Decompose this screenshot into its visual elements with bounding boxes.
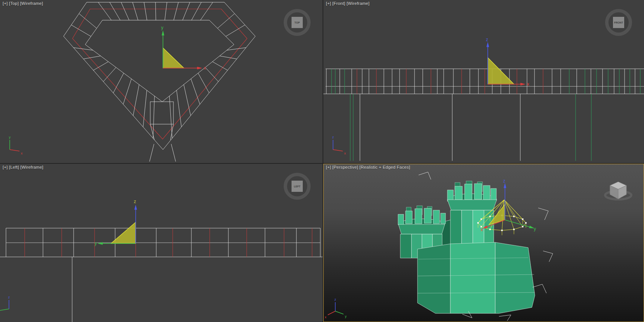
castle-front-wireframe <box>323 69 644 161</box>
viewport-canvas-perspective[interactable]: zyxzxy <box>323 164 644 322</box>
viewcube-top-face[interactable]: TOP <box>292 17 303 28</box>
viewport-label-front[interactable]: [+] [Front] [Wireframe] <box>326 1 370 6</box>
svg-text:x: x <box>325 315 327 319</box>
viewcube-left-face[interactable]: LEFT <box>292 181 303 192</box>
svg-text:z: z <box>335 298 336 301</box>
svg-text:z: z <box>134 199 136 204</box>
svg-text:z: z <box>8 295 10 299</box>
svg-text:x: x <box>344 151 346 155</box>
viewport-label-left[interactable]: [+] [Left] [Wireframe] <box>3 165 43 169</box>
viewport-left[interactable]: zyzy [+] [Left] [Wireframe] LEFT <box>0 164 323 322</box>
world-axis-tripod: zxy <box>325 298 347 319</box>
svg-text:y: y <box>95 241 97 246</box>
svg-text:y: y <box>345 315 347 318</box>
viewcube-front-face[interactable]: FRONT <box>613 17 624 28</box>
svg-text:z: z <box>503 178 505 184</box>
viewport-canvas-left[interactable]: zyzy <box>0 164 323 322</box>
viewport-canvas-top[interactable]: yxyx <box>0 0 323 163</box>
svg-text:x: x <box>204 65 206 71</box>
svg-text:x: x <box>21 151 23 155</box>
viewport-front[interactable]: zxzx [+] [Front] [Wireframe] FRONT <box>323 0 644 163</box>
svg-text:y: y <box>9 135 11 139</box>
viewcube-top[interactable]: TOP <box>284 9 311 36</box>
world-axis-tripod: zy <box>0 295 10 315</box>
move-gizmo[interactable]: zx <box>486 37 529 87</box>
castle-model[interactable] <box>398 181 535 313</box>
castle-top-wireframe <box>64 2 255 162</box>
viewport-top[interactable]: yxyx [+] [Top] [Wireframe] TOP <box>0 0 323 163</box>
castle-left-wireframe <box>0 228 323 322</box>
viewcube-front[interactable]: FRONT <box>605 9 632 36</box>
world-axis-tripod: yx <box>9 135 23 155</box>
viewport-perspective[interactable]: zyxzxy [+] [Perspective] [Realistic + Ed… <box>323 164 644 322</box>
move-gizmo[interactable]: zy <box>95 199 137 246</box>
viewport-label-top[interactable]: [+] [Top] [Wireframe] <box>3 1 43 6</box>
svg-text:y: y <box>534 226 536 231</box>
viewport-canvas-front[interactable]: zxzx <box>323 0 644 163</box>
svg-text:z: z <box>332 135 334 139</box>
viewcube-left[interactable]: LEFT <box>284 173 311 200</box>
svg-text:x: x <box>481 227 483 232</box>
viewport-grid: yxyx [+] [Top] [Wireframe] TOP zxzx [+] … <box>0 0 644 322</box>
svg-text:z: z <box>486 37 488 42</box>
world-axis-tripod: zx <box>332 135 346 155</box>
move-gizmo[interactable]: yx <box>161 25 206 71</box>
viewport-label-perspective[interactable]: [+] [Perspective] [Realistic + Edged Fac… <box>326 165 410 169</box>
svg-text:y: y <box>161 25 163 30</box>
viewcube-perspective[interactable] <box>601 176 635 203</box>
svg-text:x: x <box>527 82 529 87</box>
